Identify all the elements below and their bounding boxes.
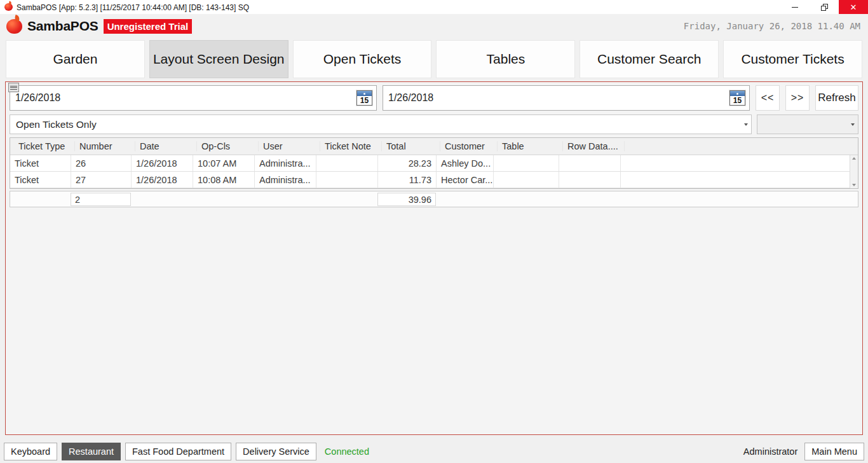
start-date-calendar-button[interactable]: 15 bbox=[355, 88, 374, 107]
end-date-value: 1/26/2018 bbox=[388, 92, 728, 104]
cell-number: 27 bbox=[71, 172, 132, 188]
chevron-down-icon bbox=[744, 123, 748, 126]
column-header-date[interactable]: Date bbox=[135, 141, 197, 151]
end-date-input[interactable]: 1/26/2018 15 bbox=[383, 85, 750, 111]
cell-op-cls: 10:07 AM bbox=[193, 155, 255, 171]
app-header: SambaPOS Unregistered Trial Friday, Janu… bbox=[0, 14, 868, 38]
column-header-ticket-note[interactable]: Ticket Note bbox=[320, 141, 382, 151]
tab-open-tickets[interactable]: Open Tickets bbox=[293, 40, 432, 78]
calendar-icon-top bbox=[357, 91, 372, 96]
start-date-value: 1/26/2018 bbox=[15, 92, 355, 104]
dropdown-arrow bbox=[848, 115, 858, 134]
column-header-ticket-type[interactable]: Ticket Type bbox=[14, 141, 75, 151]
cell-total: 11.73 bbox=[378, 172, 437, 188]
filter-combo-row: Open Tickets Only bbox=[10, 114, 858, 134]
cell-ticket-type: Ticket bbox=[10, 172, 71, 188]
grid-summary-row: 2 39.96 bbox=[10, 191, 858, 207]
tab-layout-screen-design[interactable]: Layout Screen Design bbox=[149, 40, 288, 78]
department-delivery-service-button[interactable]: Delivery Service bbox=[236, 443, 316, 460]
layout-design-area: 1/26/2018 15 1/26/2018 15 << >> Refresh bbox=[5, 81, 863, 435]
cell-customer: Ashley Do... bbox=[437, 155, 494, 171]
scroll-down-icon[interactable] bbox=[852, 184, 856, 186]
grid-scrollbar[interactable] bbox=[850, 155, 858, 188]
column-header-number[interactable]: Number bbox=[75, 141, 135, 151]
close-icon: ✕ bbox=[850, 3, 857, 11]
cell-row-data bbox=[559, 155, 621, 171]
department-restaurant-button[interactable]: Restaurant bbox=[62, 443, 121, 460]
refresh-button[interactable]: Refresh bbox=[815, 85, 858, 111]
tickets-grid: Ticket Type Number Date Op-Cls User Tick… bbox=[10, 137, 858, 189]
end-date-calendar-button[interactable]: 15 bbox=[728, 88, 747, 107]
cell-filler bbox=[621, 172, 858, 188]
cell-date: 1/26/2018 bbox=[132, 172, 193, 188]
minimize-button[interactable] bbox=[780, 0, 810, 14]
ticket-row[interactable]: Ticket 27 1/26/2018 10:08 AM Administra.… bbox=[10, 172, 858, 188]
app-icon bbox=[4, 3, 13, 11]
scroll-up-icon[interactable] bbox=[852, 157, 856, 160]
column-header-row-data[interactable]: Row Data.... bbox=[563, 141, 625, 151]
restore-button[interactable] bbox=[810, 0, 839, 14]
cell-row-data bbox=[559, 172, 621, 188]
date-filter-toolbar: 1/26/2018 15 1/26/2018 15 << >> Refresh bbox=[10, 85, 858, 111]
cell-number: 26 bbox=[71, 155, 132, 171]
column-header-total[interactable]: Total bbox=[382, 141, 440, 151]
tab-garden[interactable]: Garden bbox=[6, 40, 145, 78]
previous-period-button[interactable]: << bbox=[756, 85, 780, 111]
ticket-state-filter-value: Open Tickets Only bbox=[10, 119, 741, 130]
minimize-icon bbox=[792, 7, 798, 8]
cell-customer: Hector Car... bbox=[437, 172, 494, 188]
window-controls: ✕ bbox=[780, 0, 868, 14]
header-datetime: Friday, January 26, 2018 11.40 AM bbox=[192, 21, 860, 31]
keyboard-button[interactable]: Keyboard bbox=[4, 443, 57, 460]
column-header-user[interactable]: User bbox=[259, 141, 320, 151]
chevron-down-icon bbox=[851, 123, 855, 126]
next-period-button[interactable]: >> bbox=[785, 85, 810, 111]
layout-drag-handle-icon[interactable] bbox=[8, 83, 19, 92]
cell-user: Administra... bbox=[255, 172, 316, 188]
connection-status: Connected bbox=[325, 446, 369, 457]
cell-filler bbox=[621, 155, 858, 171]
title-bar: SambaPOS [App: 5.2.3] [11/25/2017 10:44:… bbox=[0, 0, 868, 14]
grid-header-row: Ticket Type Number Date Op-Cls User Tick… bbox=[10, 138, 858, 155]
tab-tables[interactable]: Tables bbox=[436, 40, 575, 78]
tab-customer-search[interactable]: Customer Search bbox=[580, 40, 719, 78]
logged-in-user: Administrator bbox=[743, 446, 797, 457]
calendar-icon: 15 bbox=[356, 90, 372, 106]
cell-user: Administra... bbox=[255, 155, 316, 171]
tab-customer-tickets[interactable]: Customer Tickets bbox=[723, 40, 862, 78]
total-amount-summary: 39.96 bbox=[377, 193, 436, 206]
calendar-icon: 15 bbox=[729, 90, 745, 106]
ticket-state-filter-dropdown[interactable]: Open Tickets Only bbox=[10, 114, 752, 134]
apple-logo-icon bbox=[6, 19, 22, 34]
tab-bar: Garden Layout Screen Design Open Tickets… bbox=[0, 38, 868, 80]
calendar-icon-top bbox=[730, 91, 745, 96]
main-menu-button[interactable]: Main Menu bbox=[804, 443, 864, 460]
cell-total: 28.23 bbox=[378, 155, 437, 171]
cell-table bbox=[494, 172, 559, 188]
column-header-customer[interactable]: Customer bbox=[440, 141, 498, 151]
cell-date: 1/26/2018 bbox=[132, 155, 193, 171]
column-header-op-cls[interactable]: Op-Cls bbox=[197, 141, 259, 151]
ticket-row[interactable]: Ticket 26 1/26/2018 10:07 AM Administra.… bbox=[10, 155, 858, 172]
department-fast-food-button[interactable]: Fast Food Department bbox=[125, 443, 231, 460]
cell-ticket-note bbox=[316, 172, 378, 188]
dropdown-arrow bbox=[741, 115, 751, 134]
restore-icon bbox=[821, 4, 828, 11]
column-header-table[interactable]: Table bbox=[498, 141, 563, 151]
footer-bar: Keyboard Restaurant Fast Food Department… bbox=[0, 435, 868, 463]
start-date-input[interactable]: 1/26/2018 15 bbox=[10, 85, 377, 111]
cell-ticket-type: Ticket bbox=[10, 155, 71, 171]
cell-ticket-note bbox=[316, 155, 378, 171]
cell-op-cls: 10:08 AM bbox=[193, 172, 255, 188]
trial-badge: Unregistered Trial bbox=[104, 19, 193, 34]
brand-name: SambaPOS bbox=[27, 18, 98, 34]
cell-table bbox=[494, 155, 559, 171]
window-title: SambaPOS [App: 5.2.3] [11/25/2017 10:44:… bbox=[17, 3, 780, 12]
brand: SambaPOS Unregistered Trial bbox=[4, 18, 192, 34]
close-button[interactable]: ✕ bbox=[839, 0, 868, 14]
secondary-filter-dropdown[interactable] bbox=[757, 114, 858, 134]
ticket-count-summary: 2 bbox=[71, 193, 131, 206]
